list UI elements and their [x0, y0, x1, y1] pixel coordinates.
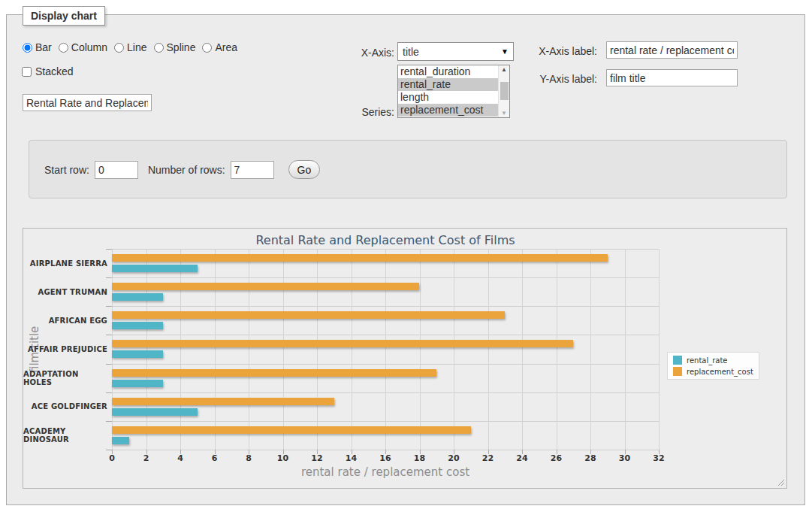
bar-replacement_cost[interactable]: [112, 426, 471, 434]
x-axis-select-label: X-Axis:: [334, 47, 394, 59]
x-axis-tick-label: 4: [169, 453, 192, 463]
x-axis-tick-label: 20: [442, 453, 465, 463]
chart-type-label: Column: [71, 41, 107, 53]
y-axis-tick: [106, 249, 112, 250]
chart-type-label: Line: [127, 41, 146, 53]
series-option-length[interactable]: length: [398, 91, 498, 104]
category-label: ACADEMY DINOSAUR: [23, 421, 107, 450]
chart-type-option-line: Line: [114, 41, 146, 53]
row-range-panel: Start row: Number of rows: Go: [29, 140, 787, 198]
stacked-row: Stacked: [22, 65, 74, 77]
bar-replacement_cost[interactable]: [112, 254, 608, 262]
x-axis-tick-label: 0: [101, 453, 123, 463]
chart-type-radio-column[interactable]: [59, 43, 68, 53]
chart-type-label: Area: [215, 41, 237, 53]
series-list-label: Series:: [334, 106, 394, 118]
y-axis-tick: [106, 364, 112, 365]
y-axis-tick: [106, 450, 112, 450]
series-scrollbar[interactable]: ▲ ▼: [498, 65, 509, 117]
legend-label: rental_rate: [687, 356, 728, 365]
y-axis-tick: [106, 277, 112, 278]
x-axis-label-field-label: X-Axis label:: [533, 45, 597, 57]
category-label: ACE GOLDFINGER: [23, 392, 107, 421]
legend-swatch: [673, 367, 682, 376]
legend-swatch: [673, 356, 682, 365]
go-button[interactable]: Go: [288, 160, 321, 179]
stacked-label: Stacked: [35, 65, 74, 77]
bar-rental_rate[interactable]: [112, 293, 163, 301]
category-label: ADAPTATION HOLES: [23, 364, 107, 392]
bar-row-airplane-sierra: [112, 249, 659, 277]
x-axis-tick-label: 6: [204, 453, 226, 463]
bar-rental_rate[interactable]: [112, 322, 163, 329]
bar-rental_rate[interactable]: [112, 437, 129, 444]
bar-replacement_cost[interactable]: [112, 311, 505, 319]
legend-item-replacement_cost[interactable]: replacement_cost: [673, 367, 753, 376]
x-axis-title: rental rate / replacement cost: [112, 465, 659, 479]
series-option-replacement_cost[interactable]: replacement_cost: [398, 104, 498, 117]
y-axis-tick: [106, 392, 112, 393]
chevron-down-icon: ▼: [501, 47, 509, 56]
x-axis-tick-label: 32: [647, 453, 670, 463]
bar-rental_rate[interactable]: [112, 408, 198, 416]
bar-replacement_cost[interactable]: [112, 340, 573, 347]
y-axis-tick: [106, 306, 112, 307]
bar-row-ace-goldfinger: [112, 392, 659, 421]
chart-type-radio-spline[interactable]: [154, 43, 164, 53]
bar-row-affair-prejudice: [112, 335, 659, 363]
series-options: rental_durationrental_ratelengthreplacem…: [398, 65, 498, 117]
start-row-label: Start row:: [44, 164, 89, 176]
bar-rental_rate[interactable]: [112, 380, 163, 387]
x-axis-label-input[interactable]: [606, 41, 738, 59]
x-axis-tick-label: 10: [272, 453, 294, 463]
category-label: AIRPLANE SIERRA: [23, 249, 107, 277]
scroll-up-icon[interactable]: ▲: [499, 66, 509, 73]
bar-replacement_cost[interactable]: [112, 283, 419, 290]
number-of-rows-input[interactable]: [231, 161, 274, 179]
number-of-rows-label: Number of rows:: [148, 164, 225, 176]
x-axis-tick-label: 28: [579, 453, 602, 463]
chart-type-radio-line[interactable]: [114, 43, 124, 53]
legend-label: replacement_cost: [687, 368, 753, 376]
series-option-rental_duration[interactable]: rental_duration: [398, 65, 498, 78]
bar-series-area: [112, 249, 659, 450]
x-axis-tick-label: 18: [409, 453, 431, 463]
chart-type-radio-bar[interactable]: [23, 43, 32, 53]
x-axis-tick-label: 24: [511, 453, 533, 463]
x-axis-tick-label: 22: [477, 453, 500, 463]
y-axis-tick: [106, 421, 112, 422]
bar-row-african-egg: [112, 306, 659, 335]
legend-item-rental_rate[interactable]: rental_rate: [673, 356, 753, 365]
start-row-input[interactable]: [95, 161, 138, 179]
stacked-checkbox[interactable]: [22, 67, 32, 77]
chart-type-radio-group: BarColumnLineSplineArea: [23, 41, 237, 53]
chart-type-option-area: Area: [202, 41, 237, 53]
chart-title: Rental Rate and Replacement Cost of Film…: [112, 233, 659, 247]
x-axis-tick-label: 14: [340, 453, 363, 463]
bar-rental_rate[interactable]: [112, 265, 198, 272]
x-axis-tick-label: 26: [545, 453, 568, 463]
scrollbar-thumb[interactable]: [500, 82, 509, 100]
chart-type-option-bar: Bar: [23, 41, 52, 53]
chart-type-radio-area[interactable]: [202, 43, 212, 53]
x-axis-select[interactable]: title ▼: [397, 42, 514, 61]
chart-type-label: Spline: [167, 41, 196, 53]
x-axis-tick-label: 12: [306, 453, 328, 463]
y-axis-label-field-label: Y-Axis label:: [533, 73, 597, 85]
series-option-rental_rate[interactable]: rental_rate: [398, 78, 498, 91]
scroll-down-icon[interactable]: ▼: [499, 110, 509, 117]
chart-title-input[interactable]: [23, 94, 152, 111]
y-axis-label-input[interactable]: [606, 69, 738, 86]
bar-rental_rate[interactable]: [112, 350, 163, 358]
x-axis-tick-label: 16: [374, 453, 397, 463]
fieldset-legend: Display chart: [23, 6, 105, 26]
resize-grip-icon[interactable]: [777, 478, 785, 486]
x-axis-tick-label: 2: [135, 453, 158, 463]
series-listbox[interactable]: rental_durationrental_ratelengthreplacem…: [397, 65, 510, 118]
x-axis-tick-label: 30: [614, 453, 636, 463]
bar-replacement_cost[interactable]: [112, 369, 436, 377]
bar-replacement_cost[interactable]: [112, 398, 334, 405]
bar-row-adaptation-holes: [112, 364, 659, 392]
bar-row-academy-dinosaur: [112, 421, 659, 450]
category-label: AFRICAN EGG: [23, 306, 107, 335]
